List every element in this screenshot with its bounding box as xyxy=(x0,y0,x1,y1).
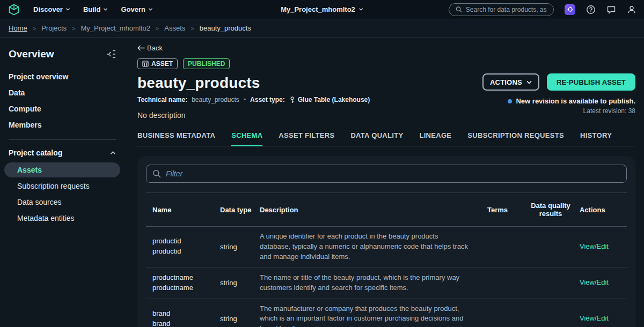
technical-name-label: Technical name: xyxy=(137,96,187,103)
tab-bar: BUSINESS METADATA SCHEMA ASSET FILTERS D… xyxy=(137,131,635,146)
revision-dot-icon xyxy=(508,99,512,103)
back-arrow-icon xyxy=(137,45,145,51)
view-edit-link[interactable]: View/Edit xyxy=(580,314,620,324)
technical-name-value: beauty_products xyxy=(192,96,239,103)
schema-table-header: Name Data type Description Terms Data qu… xyxy=(146,192,627,227)
sagemaker-app-icon[interactable] xyxy=(565,4,575,15)
published-status-badge: PUBLISHED xyxy=(183,58,230,69)
asset-type-value: Glue Table (Lakehouse) xyxy=(289,96,370,103)
chevron-down-icon xyxy=(65,7,70,12)
breadcrumb-separator: > xyxy=(191,25,194,32)
tab-lineage[interactable]: LINEAGE xyxy=(419,131,451,146)
breadcrumb: Home > Projects > My_Project_mhomlto2 > … xyxy=(0,19,644,38)
project-selector[interactable]: My_Project_mhomlto2 xyxy=(281,5,363,13)
tab-history[interactable]: HISTORY xyxy=(580,131,612,146)
sidebar-item-members[interactable]: Members xyxy=(9,117,116,133)
sidebar-item-project-overview[interactable]: Project overview xyxy=(9,69,116,85)
search-icon xyxy=(456,6,462,13)
sidebar-item-metadata-entities[interactable]: Metadata entities xyxy=(4,211,120,226)
sidebar-item-subscription-requests[interactable]: Subscription requests xyxy=(4,179,120,194)
tab-subscription-requests[interactable]: SUBSCRIPTION REQUESTS xyxy=(467,131,564,146)
revision-notice: New revision is available to publish. xyxy=(482,97,635,105)
tab-schema[interactable]: SCHEMA xyxy=(231,131,262,146)
cell-data-type: string xyxy=(220,243,252,251)
latest-revision: Latest revision: 38 xyxy=(482,107,635,115)
nav-build[interactable]: Build xyxy=(83,5,108,13)
sidebar-divider xyxy=(9,139,116,140)
chevron-down-icon xyxy=(103,7,108,12)
sidebar-item-compute[interactable]: Compute xyxy=(9,101,116,117)
breadcrumb-separator: > xyxy=(33,25,36,32)
filter-search-icon xyxy=(152,169,161,178)
help-icon[interactable] xyxy=(586,5,596,14)
app-logo-icon[interactable] xyxy=(8,3,20,16)
nav-govern[interactable]: Govern xyxy=(121,5,153,13)
column-header-actions: Actions xyxy=(580,206,620,214)
global-search-input[interactable]: Search for data products, ass... xyxy=(449,3,554,16)
column-header-terms: Terms xyxy=(487,206,522,214)
main-content: Back ASSET PUBLISHED beauty_products Tec… xyxy=(125,38,644,327)
view-edit-link[interactable]: View/Edit xyxy=(580,242,620,252)
column-header-data-quality: Data quality results xyxy=(529,202,572,218)
cell-name: productname productname xyxy=(152,273,213,293)
sidebar-title: Overview xyxy=(9,48,54,60)
breadcrumb-current: beauty_products xyxy=(200,24,251,32)
cell-name: productid productid xyxy=(152,236,213,257)
sidebar-item-data[interactable]: Data xyxy=(9,85,116,101)
cell-description: A unique identifier for each product in … xyxy=(260,232,480,262)
chevron-up-icon xyxy=(110,150,116,156)
asset-type-label: Asset type: xyxy=(250,96,285,103)
collapse-sidebar-icon[interactable] xyxy=(106,50,116,58)
column-header-description: Description xyxy=(260,206,480,214)
schema-table: Name Data type Description Terms Data qu… xyxy=(146,192,627,327)
breadcrumb-projects[interactable]: Projects xyxy=(41,24,67,32)
column-header-data-type: Data type xyxy=(220,206,252,214)
asset-type-badge: ASSET xyxy=(137,58,178,69)
table-row: brand brand string The manufacturer or c… xyxy=(146,299,627,327)
chevron-down-icon xyxy=(526,80,532,84)
chevron-down-icon xyxy=(148,7,153,12)
back-button[interactable]: Back xyxy=(137,44,163,52)
cell-data-type: string xyxy=(220,315,252,323)
schema-panel: Name Data type Description Terms Data qu… xyxy=(137,156,635,327)
tab-business-metadata[interactable]: BUSINESS METADATA xyxy=(137,131,215,146)
breadcrumb-separator: > xyxy=(72,25,75,32)
breadcrumb-separator: > xyxy=(156,25,159,32)
nav-discover[interactable]: Discover xyxy=(33,5,70,13)
cell-name: brand brand xyxy=(152,309,213,327)
cell-description: The name or title of the beauty product,… xyxy=(260,273,480,293)
sidebar-item-data-sources[interactable]: Data sources xyxy=(4,195,120,210)
breadcrumb-home[interactable]: Home xyxy=(9,24,27,32)
feedback-icon[interactable] xyxy=(606,5,616,14)
user-profile-icon[interactable] xyxy=(627,5,636,14)
cell-description: The manufacturer or company that produce… xyxy=(260,304,480,327)
table-grid-icon xyxy=(142,61,149,67)
schema-filter-input[interactable] xyxy=(146,165,627,183)
sidebar-item-assets[interactable]: Assets xyxy=(4,162,120,177)
asset-description: No description xyxy=(137,111,482,120)
sidebar-subnav: Assets Subscription requests Data source… xyxy=(9,162,116,226)
page-title: beauty_products xyxy=(137,75,482,92)
cell-data-type: string xyxy=(220,279,252,287)
glue-table-icon xyxy=(289,96,295,103)
actions-button[interactable]: ACTIONS xyxy=(482,73,539,91)
view-edit-link[interactable]: View/Edit xyxy=(580,278,620,288)
tab-data-quality[interactable]: DATA QUALITY xyxy=(350,131,403,146)
sidebar-section-project-catalog[interactable]: Project catalog xyxy=(9,145,116,160)
chevron-down-icon xyxy=(358,7,363,12)
asset-meta: Technical name: beauty_products • Asset … xyxy=(137,96,482,103)
top-nav-bar: Discover Build Govern My_Project_mhomlto… xyxy=(0,0,644,19)
republish-asset-button[interactable]: RE-PUBLISH ASSET xyxy=(547,73,635,91)
column-header-name: Name xyxy=(152,206,213,214)
breadcrumb-assets[interactable]: Assets xyxy=(164,24,185,32)
tab-asset-filters[interactable]: ASSET FILTERS xyxy=(279,131,334,146)
sidebar: Overview Project overview Data Compute M… xyxy=(0,38,125,327)
sidebar-nav: Project overview Data Compute Members xyxy=(9,69,116,133)
table-row: productname productname string The name … xyxy=(146,267,627,299)
breadcrumb-project[interactable]: My_Project_mhomlto2 xyxy=(81,24,150,32)
table-row: productid productid string A unique iden… xyxy=(146,227,627,267)
